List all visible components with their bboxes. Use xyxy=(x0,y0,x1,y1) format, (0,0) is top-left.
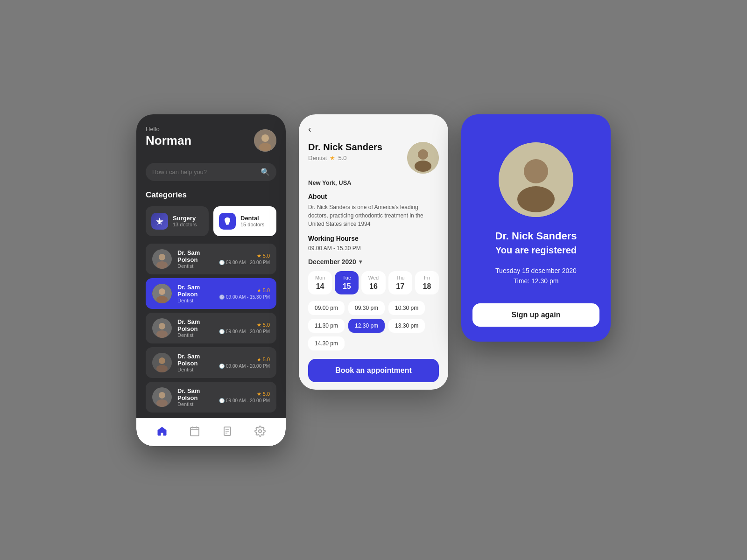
greeting-label: Hello xyxy=(146,126,254,133)
nav-settings-icon[interactable] xyxy=(254,425,267,438)
doctor-list: Dr. Sam Polson Dentist ★ 5.0 🕐 09.00 AM … xyxy=(146,244,276,413)
chevron-down-icon: ▾ xyxy=(359,259,362,265)
doctor-item[interactable]: Dr. Sam Polson Dentist ★ 5.0 🕐 09.00 AM … xyxy=(146,347,276,378)
svg-point-1 xyxy=(261,134,269,142)
doctor-name: Dr. Sam Polson xyxy=(177,318,213,332)
month-selector[interactable]: December 2020 ▾ xyxy=(308,258,439,266)
doctor-hours: 🕐 09.00 AM - 20.00 PM xyxy=(219,364,270,369)
time-slot-1330[interactable]: 13.30 pm xyxy=(388,319,425,333)
dental-name: Dental xyxy=(240,215,264,222)
cal-day-thu17[interactable]: Thu 17 xyxy=(388,271,412,294)
doctor-rating: ★ 5.0 xyxy=(219,357,270,363)
time-slot-0900[interactable]: 09.00 pm xyxy=(308,301,345,315)
day-num: 16 xyxy=(361,282,385,291)
svg-point-12 xyxy=(159,323,165,329)
doctor-header-name: Dr. Nick Sanders xyxy=(308,142,407,153)
day-num: 14 xyxy=(308,282,332,291)
svg-point-2 xyxy=(259,143,271,151)
category-surgery[interactable]: Surgery 13 doctors xyxy=(146,206,209,236)
doctor-name: Dr. Sam Polson xyxy=(177,284,213,298)
svg-point-18 xyxy=(159,392,165,399)
signup-again-button[interactable]: Sign up again xyxy=(472,303,599,327)
star-icon: ★ xyxy=(330,154,335,161)
dental-icon xyxy=(219,213,236,230)
doctor-rating: ★ 5.0 xyxy=(219,253,270,259)
screens-container: Hello Norman 🔍 Categories xyxy=(136,114,611,446)
doctor-header: Dr. Nick Sanders Dentist ★ 5.0 xyxy=(308,142,439,174)
day-num: 17 xyxy=(388,282,412,291)
day-name: Tue xyxy=(335,275,359,280)
doctor-item[interactable]: Dr. Sam Polson Dentist ★ 5.0 🕐 09.00 AM … xyxy=(146,244,276,274)
surgery-icon xyxy=(151,213,168,230)
cal-day-mon14[interactable]: Mon 14 xyxy=(308,271,332,294)
surgery-name: Surgery xyxy=(173,215,197,222)
user-name: Norman xyxy=(146,133,254,148)
doctor-specialty: Dentist xyxy=(177,263,213,269)
doctor-specialty: Dentist xyxy=(177,401,213,407)
doctor-avatar xyxy=(152,249,172,269)
doctor-item-active[interactable]: Dr. Sam Polson Dentist ★ 5.0 🕐 09.00 AM … xyxy=(146,278,276,309)
confirm-status: You are registered xyxy=(495,245,577,256)
doctor-avatar xyxy=(152,387,172,407)
svg-point-31 xyxy=(415,161,431,172)
doctor-specialty: Dentist xyxy=(177,332,213,338)
doctor-name: Dr. Sam Polson xyxy=(177,387,213,401)
day-name: Mon xyxy=(308,275,332,280)
doctor-avatar xyxy=(152,284,172,303)
time-slot-1030[interactable]: 10.30 pm xyxy=(388,301,425,315)
svg-point-15 xyxy=(159,357,165,364)
svg-rect-20 xyxy=(190,427,199,436)
month-label: December 2020 xyxy=(308,258,356,266)
doctor-avatar xyxy=(152,353,172,372)
nav-calendar-icon[interactable] xyxy=(188,425,201,438)
about-title: About xyxy=(308,193,439,200)
doctor-hours: 🕐 09.00 AM - 20.00 PM xyxy=(219,398,270,403)
cal-day-wed16[interactable]: Wed 16 xyxy=(361,271,385,294)
doctor-specialty: Dentist xyxy=(177,367,213,372)
working-hours: 09.00 AM - 15.30 PM xyxy=(308,245,439,252)
confirm-date: Tuesday 15 desember 2020 xyxy=(495,267,577,274)
categories-row: Surgery 13 doctors Dental 15 doctors xyxy=(146,206,276,236)
bottom-nav xyxy=(136,418,286,446)
time-slot-0930[interactable]: 09.30 pm xyxy=(348,301,385,315)
cal-day-fri18[interactable]: Fri 18 xyxy=(415,271,439,294)
day-name: Wed xyxy=(361,275,385,280)
screen2-detail: ‹ Dr. Nick Sanders Dentist ★ 5.0 xyxy=(299,114,448,390)
confirm-avatar xyxy=(499,142,573,217)
day-name: Fri xyxy=(415,275,439,280)
calendar-row: Mon 14 Tue 15 Wed 16 Thu 17 Fri 18 xyxy=(308,271,439,294)
svg-point-6 xyxy=(159,254,165,260)
day-name: Thu xyxy=(388,275,412,280)
cal-day-tue15[interactable]: Tue 15 xyxy=(335,271,359,294)
category-dental[interactable]: Dental 15 doctors xyxy=(213,206,276,236)
svg-point-30 xyxy=(418,149,428,160)
svg-point-13 xyxy=(156,330,168,338)
search-input[interactable] xyxy=(152,168,261,175)
time-slot-1130[interactable]: 11.30 pm xyxy=(308,319,345,333)
svg-point-34 xyxy=(517,186,555,212)
search-bar[interactable]: 🔍 xyxy=(146,163,276,181)
search-icon: 🔍 xyxy=(261,168,270,176)
doctor-hours: 🕐 09.00 AM - 20.00 PM xyxy=(219,260,270,265)
doctor-name: Dr. Sam Polson xyxy=(177,249,213,263)
doctor-item[interactable]: Dr. Sam Polson Dentist ★ 5.0 🕐 09.00 AM … xyxy=(146,313,276,343)
doctor-header-avatar xyxy=(407,142,439,174)
back-button[interactable]: ‹ xyxy=(308,124,439,134)
book-appointment-button[interactable]: Book an appointment xyxy=(308,359,439,382)
doctor-rating: ★ 5.0 xyxy=(219,322,270,328)
nav-home-icon[interactable] xyxy=(155,425,169,438)
svg-point-7 xyxy=(156,261,168,269)
screen3-confirmation: Dr. Nick Sanders You are registered Tues… xyxy=(461,114,611,342)
doctor-avatar xyxy=(152,318,172,338)
screen1-home: Hello Norman 🔍 Categories xyxy=(136,114,286,446)
categories-title: Categories xyxy=(146,190,276,200)
day-num: 15 xyxy=(335,282,359,291)
doctor-item[interactable]: Dr. Sam Polson Dentist ★ 5.0 🕐 09.00 AM … xyxy=(146,382,276,413)
time-slot-1430[interactable]: 14.30 pm xyxy=(308,336,345,350)
nav-clipboard-icon[interactable] xyxy=(221,425,234,438)
time-slot-1230[interactable]: 12.30 pm xyxy=(348,319,385,333)
confirm-doctor-name: Dr. Nick Sanders xyxy=(495,230,577,242)
svg-point-9 xyxy=(159,288,165,295)
surgery-count: 13 doctors xyxy=(173,222,197,227)
svg-point-28 xyxy=(259,430,261,433)
